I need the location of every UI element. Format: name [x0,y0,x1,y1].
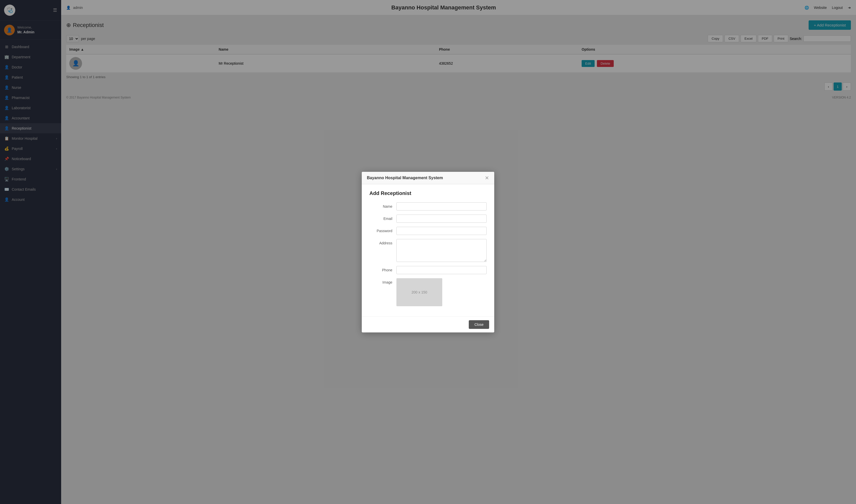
image-upload-placeholder[interactable]: 200 x 150 [397,278,442,306]
address-input[interactable] [397,239,487,262]
modal-header: Bayanno Hospital Management System ✕ [362,172,494,184]
add-receptionist-modal: Bayanno Hospital Management System ✕ Add… [362,172,494,332]
address-field-group: Address [369,239,487,262]
name-input[interactable] [397,202,487,211]
email-input[interactable] [397,215,487,223]
address-label: Address [369,239,392,245]
password-input[interactable] [397,227,487,235]
email-field-group: Email [369,215,487,223]
phone-label: Phone [369,266,392,272]
modal-form-title: Add Receptionist [369,191,487,196]
modal-overlay[interactable]: Bayanno Hospital Management System ✕ Add… [0,0,856,504]
modal-footer: Close [362,317,494,332]
password-field-group: Password [369,227,487,235]
name-label: Name [369,202,392,209]
image-label: Image [369,278,392,284]
name-field-group: Name [369,202,487,211]
password-label: Password [369,227,392,233]
modal-body: Add Receptionist Name Email Password Add… [362,184,494,317]
modal-header-title: Bayanno Hospital Management System [367,176,443,180]
close-modal-button[interactable]: Close [469,320,489,329]
phone-input[interactable] [397,266,487,274]
phone-field-group: Phone [369,266,487,274]
email-label: Email [369,215,392,221]
image-field-group: Image 200 x 150 [369,278,487,306]
modal-close-button[interactable]: ✕ [485,175,489,180]
